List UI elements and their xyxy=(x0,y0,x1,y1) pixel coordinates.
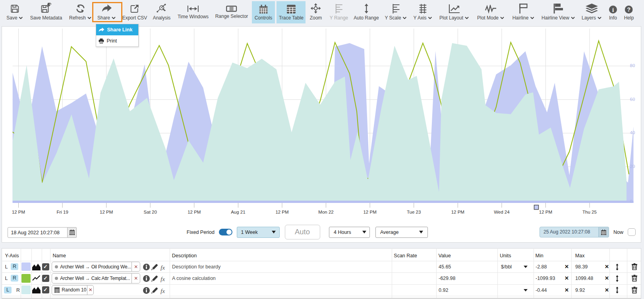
svg-text:i: i xyxy=(612,7,614,13)
svg-text:?: ? xyxy=(627,6,631,13)
